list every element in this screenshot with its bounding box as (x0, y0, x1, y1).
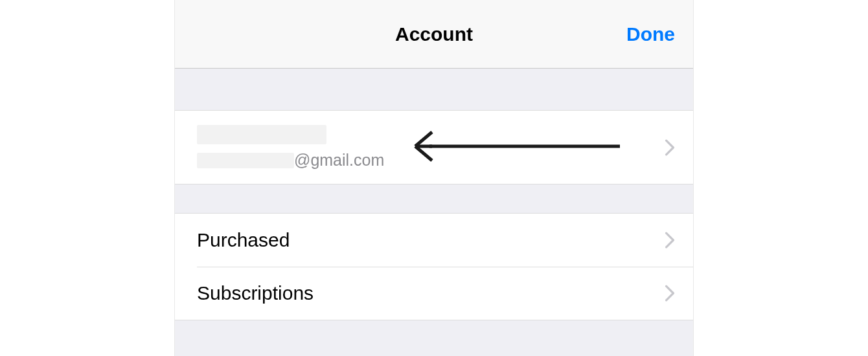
subscriptions-label: Subscriptions (197, 282, 314, 304)
section-spacer (175, 69, 693, 110)
done-button[interactable]: Done (626, 23, 675, 45)
email-domain: @gmail.com (294, 151, 384, 170)
apple-id-row[interactable]: @gmail.com (175, 110, 693, 184)
account-email: @gmail.com (197, 151, 384, 170)
subscriptions-row[interactable]: Subscriptions (175, 267, 693, 320)
chevron-right-icon (665, 232, 675, 249)
page-title: Account (395, 23, 473, 45)
navbar: Account Done (175, 0, 693, 69)
section-spacer (175, 184, 693, 213)
section-spacer (175, 320, 693, 356)
account-info: @gmail.com (197, 125, 384, 170)
purchased-label: Purchased (197, 229, 290, 251)
menu-section: Purchased Subscriptions (175, 213, 693, 320)
chevron-right-icon (665, 285, 675, 302)
chevron-right-icon (665, 139, 675, 156)
redacted-name (197, 125, 326, 144)
purchased-row[interactable]: Purchased (175, 214, 693, 267)
redacted-email-prefix (197, 153, 294, 168)
account-panel: Account Done @gmail.com Purchased (175, 0, 693, 356)
arrow-annotation (411, 127, 625, 168)
